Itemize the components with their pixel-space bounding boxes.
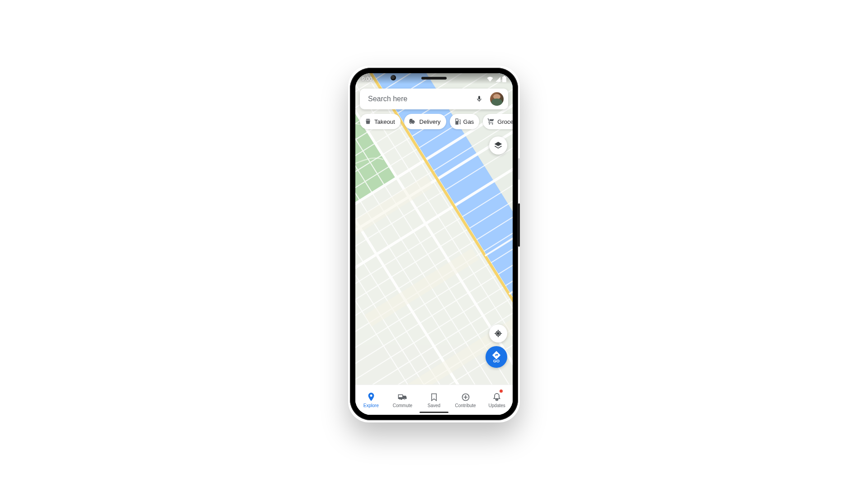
chip-gas[interactable]: Gas [450,114,480,129]
chip-delivery[interactable]: Delivery [404,114,446,129]
nav-contribute[interactable]: Contribute [450,385,481,415]
chip-groceries[interactable]: Groceries [483,114,513,129]
nav-label: Contribute [455,403,476,408]
layers-button[interactable] [489,136,507,155]
nav-commute[interactable]: Commute [387,385,419,415]
search-bar[interactable] [360,89,508,109]
volume-button [518,203,520,247]
microphone-icon [476,94,483,103]
chip-takeout[interactable]: Takeout [360,114,401,129]
power-button [518,158,520,180]
chip-label: Delivery [420,118,441,125]
profile-avatar[interactable] [490,92,504,106]
nav-label: Commute [393,403,412,408]
status-time: 9:00 [362,76,372,82]
front-camera [391,75,396,80]
bell-icon [493,392,501,402]
nav-saved[interactable]: Saved [418,385,450,415]
gas-icon [454,118,461,125]
cell-signal-icon [495,76,500,82]
search-input[interactable] [367,94,468,103]
nav-label: Updates [489,403,505,408]
nav-explore[interactable]: Explore [355,385,387,415]
my-location-button[interactable] [489,324,507,343]
layers-icon [494,141,503,150]
plus-circle-icon [461,392,470,402]
directions-go-button[interactable]: GO [486,346,507,368]
speaker-grille [421,77,447,80]
chip-label: Gas [463,118,474,125]
bookmark-icon [431,392,437,402]
gesture-bar [420,412,448,413]
wifi-icon [487,76,493,82]
delivery-icon [409,118,417,125]
chip-label: Takeout [374,118,395,125]
crosshair-icon [494,329,503,338]
groceries-icon [487,118,495,125]
pin-icon [367,392,375,402]
screen: 9:00 [355,73,513,415]
nav-label: Explore [363,403,379,408]
category-chips: Takeout Delivery Gas [360,114,508,129]
bottom-nav: Explore Commute Saved [355,385,513,415]
takeout-icon [364,118,372,125]
status-icons [487,76,506,82]
directions-icon [492,351,501,360]
phone-frame: 9:00 [350,68,518,420]
nav-label: Saved [428,403,440,408]
commute-icon [397,392,407,402]
battery-icon [502,76,506,82]
nav-updates[interactable]: Updates [481,385,513,415]
notification-dot-icon [500,389,503,393]
voice-search-button[interactable] [473,93,486,105]
go-label: GO [493,359,500,363]
chip-label: Groceries [497,118,513,125]
